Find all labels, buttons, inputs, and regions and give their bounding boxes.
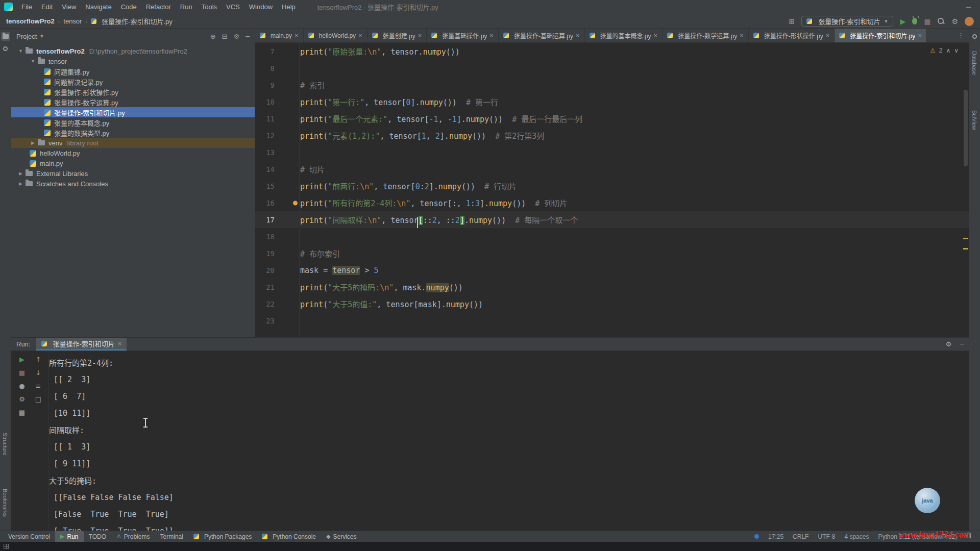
statusbar-python-packages[interactable]: Python Packages	[188, 531, 257, 542]
close-icon[interactable]: ×	[118, 340, 122, 347]
statusbar-todo[interactable]: TODO	[84, 531, 111, 542]
code-text[interactable]: print("原始张量:\n", tensor.numpy())	[300, 46, 460, 57]
line-number[interactable]: 23	[255, 317, 299, 325]
hide-panel-icon[interactable]: ─	[246, 33, 250, 40]
database-tool-button[interactable]: Database	[971, 51, 977, 75]
tool-windows-toggle-icon[interactable]	[4, 544, 9, 549]
tree-item-tensor-folder[interactable]: ▼ tensor	[11, 56, 255, 66]
code-line[interactable]: 12print("元素(1,2):", tensor[1, 2].numpy()…	[255, 127, 969, 144]
tree-item[interactable]: 张量操作-形状操作.py	[11, 87, 255, 97]
code-text[interactable]: # 索引	[300, 80, 325, 90]
editor-tab-active[interactable]: 张量操作-索引和切片.py×	[835, 29, 927, 42]
tree-item-external-libraries[interactable]: ▶ External Libraries	[11, 168, 255, 179]
code-text[interactable]: # 切片	[300, 164, 325, 174]
sciview-tool-button[interactable]: SciView	[971, 110, 977, 130]
code-text[interactable]: print("大于5的掩码:\n", mask.numpy())	[300, 282, 463, 292]
caret-position[interactable]: 17:25	[768, 533, 783, 540]
close-icon[interactable]: ×	[489, 32, 494, 39]
code-line[interactable]: 8	[255, 60, 969, 77]
close-icon[interactable]: ×	[295, 32, 299, 39]
bookmark-icon[interactable]	[293, 201, 298, 205]
tree-item[interactable]: 张量的基本概念.py	[11, 117, 255, 128]
pin-icon[interactable]: ●	[19, 383, 24, 389]
line-number[interactable]: 21	[255, 283, 299, 291]
code-line[interactable]: 21print("大于5的掩码:\n", mask.numpy())	[255, 279, 969, 295]
commit-tool-button[interactable]	[1, 44, 10, 53]
code-line[interactable]: 18	[255, 228, 969, 245]
line-number[interactable]: 13	[255, 148, 299, 157]
down-stack-icon[interactable]: ↓	[36, 369, 41, 376]
breadcrumb-project[interactable]: tensorflowPro2	[6, 17, 55, 25]
line-number[interactable]: 19	[255, 249, 299, 258]
code-text[interactable]: print("大于5的值:", tensor[mask].numpy())	[300, 298, 483, 309]
warning-stripe-mark[interactable]	[963, 248, 968, 249]
scrollbar-thumb[interactable]	[964, 90, 968, 166]
notifications-bell-icon[interactable]	[970, 32, 979, 41]
line-ending[interactable]: CRLF	[793, 533, 808, 540]
line-number[interactable]: 14	[255, 165, 299, 173]
run-config-select[interactable]: 张量操作-索引和切片 ▼	[801, 16, 893, 27]
close-icon[interactable]: ×	[826, 32, 830, 39]
menu-help[interactable]: Help	[277, 2, 300, 12]
editor-tab[interactable]: 张量操作-形状操作.py×	[749, 29, 835, 42]
line-number[interactable]: 9	[255, 81, 299, 89]
up-stack-icon[interactable]: ↑	[36, 356, 41, 363]
editor-tab[interactable]: helloWorld.py×	[304, 29, 368, 42]
chevron-expanded-icon[interactable]: ▼	[30, 59, 36, 64]
settings-gear-icon[interactable]: ⚙	[951, 18, 958, 25]
code-line[interactable]: 13	[255, 144, 969, 161]
rerun-button[interactable]: ▶	[19, 356, 24, 363]
tree-item-selected[interactable]: 张量操作-索引和切片.py	[11, 107, 255, 117]
statusbar-services[interactable]: ◆Services	[321, 531, 361, 542]
menu-edit[interactable]: Edit	[37, 2, 57, 12]
stop-icon[interactable]: ■	[19, 369, 25, 376]
code-text[interactable]: print("前两行:\n", tensor[0:2].numpy()) # 行…	[300, 181, 517, 191]
structure-tool-button[interactable]: Structure	[2, 433, 8, 456]
line-number[interactable]: 20	[255, 266, 299, 274]
code-text[interactable]: mask = tensor > 5	[300, 266, 379, 275]
tree-item[interactable]: helloWorld.py	[11, 148, 255, 158]
line-number[interactable]: 22	[255, 300, 299, 308]
menu-code[interactable]: Code	[116, 2, 141, 12]
menu-window[interactable]: Window	[244, 2, 277, 12]
code-line[interactable]: 16print("所有行的第2-4列:\n", tensor[:, 1:3].n…	[255, 194, 969, 211]
tree-item[interactable]: 张量操作-数学运算.py	[11, 97, 255, 107]
collapse-all-icon[interactable]: ⊟	[222, 33, 228, 40]
line-number[interactable]: 11	[255, 115, 299, 123]
inspections-widget[interactable]: ⚠ 2 ∧ ∨	[930, 47, 959, 54]
close-icon[interactable]: ×	[918, 32, 922, 39]
code-text[interactable]: print("第一行:", tensor[0].numpy()) # 第一行	[300, 96, 498, 107]
menu-vcs[interactable]: VCS	[222, 2, 244, 12]
chevron-collapsed-icon[interactable]: ▶	[17, 181, 24, 186]
code-line[interactable]: 20mask = tensor > 5	[255, 262, 969, 279]
event-log-icon[interactable]	[754, 534, 759, 539]
layout-grid-icon[interactable]: ⊞	[789, 18, 795, 25]
next-issue-icon[interactable]: ∨	[954, 47, 959, 54]
tree-item-venv[interactable]: ▶ venv library root	[11, 138, 255, 148]
close-icon[interactable]: ×	[576, 32, 580, 39]
line-number[interactable]: 15	[255, 182, 299, 190]
statusbar-python-console[interactable]: Python Console	[257, 531, 321, 542]
run-console[interactable]: 所有行的第2-4列: [[ 2 3] [ 6 7] [10 11]] 间隔取样:…	[49, 351, 969, 531]
code-text[interactable]: print("元素(1,2):", tensor[1, 2].numpy()) …	[300, 130, 544, 141]
prev-issue-icon[interactable]: ∧	[946, 47, 950, 54]
indent-style[interactable]: 4 spaces	[844, 533, 869, 540]
menu-run[interactable]: Run	[176, 2, 197, 12]
run-settings-gear-icon[interactable]: ⚙	[946, 340, 952, 348]
soft-wrap-icon[interactable]: ≡	[36, 383, 41, 389]
warning-stripe-mark[interactable]	[963, 238, 968, 239]
line-number[interactable]: 17	[255, 216, 299, 224]
settings-icon[interactable]: ⚙	[19, 396, 25, 403]
tree-item[interactable]: 问题解决记录.py	[11, 77, 255, 87]
encoding[interactable]: UTF-8	[818, 533, 835, 540]
project-tool-button[interactable]	[1, 32, 10, 41]
line-number[interactable]: 7	[255, 47, 299, 56]
code-text[interactable]: # 布尔索引	[300, 248, 340, 259]
line-number[interactable]: 8	[255, 64, 299, 72]
run-tab[interactable]: 张量操作-索引和切片 ×	[36, 338, 127, 350]
statusbar-run[interactable]: ▶Run	[55, 531, 83, 542]
hide-panel-icon[interactable]: ─	[960, 340, 964, 348]
code-line[interactable]: 9# 索引	[255, 77, 969, 93]
editor-tab[interactable]: 张量的基本概念.py×	[585, 29, 663, 42]
line-number[interactable]: 18	[255, 233, 299, 241]
